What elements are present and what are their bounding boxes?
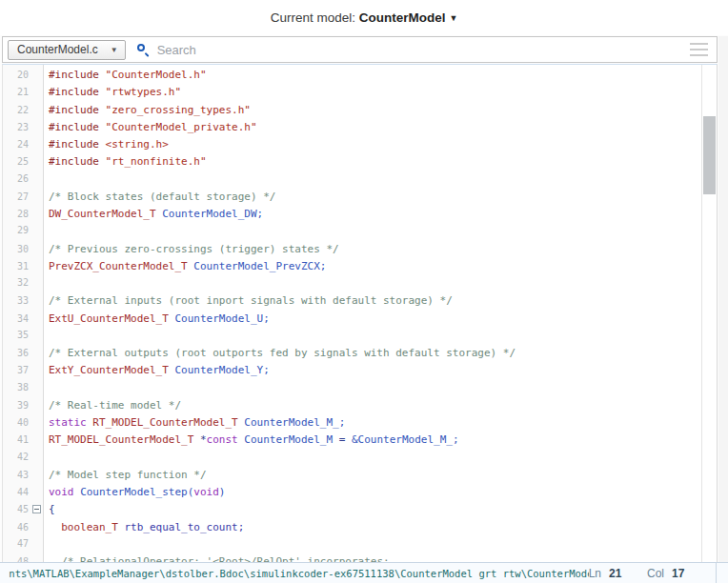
hamburger-menu-icon[interactable] <box>690 39 708 60</box>
file-select-value: CounterModel.c <box>17 43 98 56</box>
line-number: 29 <box>3 225 31 235</box>
line-number: 34 <box>3 313 31 324</box>
line-number: 27 <box>3 191 31 202</box>
code-line[interactable]: 22#include "zero_crossing_types.h" <box>3 104 700 121</box>
code-text: /* Previous zero-crossings (trigger) sta… <box>43 243 339 255</box>
code-line[interactable]: 37ExtY_CounterModel_T CounterModel_Y; <box>3 364 700 381</box>
line-number: 20 <box>3 70 31 80</box>
code-lines: 20#include "CounterModel.h"21#include "r… <box>3 69 700 562</box>
line-number: 24 <box>3 139 31 150</box>
code-line[interactable]: 35 <box>3 330 700 347</box>
code-text: #include <string.h> <box>43 138 169 151</box>
code-line[interactable]: 44void CounterModel_step(void) <box>3 486 700 503</box>
line-number: 32 <box>3 277 31 288</box>
line-number: 25 <box>3 156 31 167</box>
line-number: 45 <box>3 504 31 514</box>
code-line[interactable]: 39/* Real-time model */ <box>3 399 700 416</box>
line-number: 47 <box>3 538 31 549</box>
code-line[interactable]: 46 boolean_T rtb_equal_to_count; <box>3 521 700 538</box>
line-number: 46 <box>3 522 31 533</box>
code-line[interactable]: 34ExtU_CounterModel_T CounterModel_U; <box>3 312 700 330</box>
line-number: 33 <box>3 295 31 306</box>
line-number: 39 <box>3 400 31 411</box>
code-text: #include "CounterModel_private.h" <box>43 121 257 133</box>
line-number: 22 <box>3 105 31 115</box>
code-line[interactable]: 38 <box>3 382 700 399</box>
code-line[interactable]: 21#include "rtwtypes.h" <box>3 86 700 103</box>
current-model-selector[interactable]: Current model: CounterModel▼ <box>271 10 458 25</box>
code-line[interactable]: 41RT_MODEL_CounterModel_T *const Counter… <box>3 433 700 451</box>
code-text: #include "rtwtypes.h" <box>43 86 181 98</box>
code-line[interactable]: 25#include "rt_nonfinite.h" <box>3 155 700 172</box>
code-text: #include "rt_nonfinite.h" <box>43 155 207 168</box>
code-text: #include "zero_crossing_types.h" <box>43 104 251 116</box>
header: Current model: CounterModel▼ <box>0 0 728 35</box>
status-bar: _nts\MATLAB\ExampleManager\dstolber.Bdoc… <box>0 562 728 583</box>
vertical-scrollbar[interactable] <box>701 65 717 562</box>
code-line[interactable]: 43/* Model step function */ <box>3 469 700 486</box>
file-select-dropdown[interactable]: CounterModel.c ▼ <box>8 40 126 60</box>
code-line[interactable]: 48 /* RelationalOperator: '<Root>/RelOpt… <box>3 555 700 562</box>
code-text: void CounterModel_step(void) <box>43 486 225 498</box>
line-number-value: 21 <box>609 567 624 580</box>
line-number: 28 <box>3 209 31 219</box>
code-text: /* Model step function */ <box>43 469 207 481</box>
line-number: 36 <box>3 348 31 358</box>
code-viewer[interactable]: 20#include "CounterModel.h"21#include "r… <box>2 64 718 562</box>
code-line[interactable]: 24#include <string.h> <box>3 138 700 155</box>
code-text: #include "CounterModel.h" <box>43 69 207 81</box>
code-text: /* Block states (default storage) */ <box>43 191 275 203</box>
code-line[interactable]: 33/* External inputs (root inport signal… <box>3 294 700 312</box>
chevron-down-icon: ▼ <box>449 13 457 23</box>
code-line[interactable]: 28DW_CounterModel_T CounterModel_DW; <box>3 208 700 225</box>
column-number-value: 17 <box>672 567 687 580</box>
code-line[interactable]: 47 <box>3 538 700 555</box>
line-number: 43 <box>3 470 31 480</box>
code-line[interactable]: 32 <box>3 277 700 294</box>
code-line[interactable]: 29 <box>3 225 700 242</box>
code-line[interactable]: 27/* Block states (default storage) */ <box>3 191 700 208</box>
code-text: /* Real-time model */ <box>43 399 181 412</box>
code-line[interactable]: 40static RT_MODEL_CounterModel_T Counter… <box>3 416 700 433</box>
cursor-position: Ln 21 Col 17 <box>589 567 710 580</box>
code-line[interactable]: 31PrevZCX_CounterModel_T CounterModel_Pr… <box>3 260 700 277</box>
code-line[interactable]: 36/* External outputs (root outports fed… <box>3 347 700 364</box>
line-label: Ln <box>589 567 601 580</box>
file-path: _nts\MATLAB\ExampleManager\dstolber.Bdoc… <box>3 568 589 579</box>
line-number: 30 <box>3 244 31 254</box>
code-generation-report-window: Current model: CounterModel▼ CounterMode… <box>0 0 728 583</box>
line-number: 44 <box>3 487 31 497</box>
vertical-scrollbar-thumb[interactable] <box>703 116 716 194</box>
code-text: PrevZCX_CounterModel_T CounterModel_Prev… <box>43 260 326 272</box>
current-model-name: CounterModel <box>359 10 446 25</box>
code-text: /* External inputs (root inport signals … <box>43 294 453 307</box>
code-text: static RT_MODEL_CounterModel_T CounterMo… <box>43 416 345 429</box>
line-number: 38 <box>3 382 31 392</box>
current-model-label: Current model: <box>271 10 359 25</box>
chevron-down-icon: ▼ <box>111 46 118 54</box>
line-number: 35 <box>3 330 31 340</box>
code-text: ExtU_CounterModel_T CounterModel_U; <box>43 312 270 325</box>
toolbar: CounterModel.c ▼ <box>2 36 718 63</box>
line-number: 31 <box>3 261 31 271</box>
code-line[interactable]: 23#include "CounterModel_private.h" <box>3 121 700 138</box>
line-number: 42 <box>3 452 31 462</box>
code-line[interactable]: 45{ <box>3 503 700 520</box>
code-text: DW_CounterModel_T CounterModel_DW; <box>43 208 263 220</box>
code-line[interactable]: 20#include "CounterModel.h" <box>3 69 700 86</box>
search-input[interactable] <box>157 43 690 57</box>
code-line[interactable]: 30/* Previous zero-crossings (trigger) s… <box>3 243 700 260</box>
fold-collapse-icon[interactable] <box>32 505 41 513</box>
code-text: /* External outputs (root outports fed b… <box>43 347 516 359</box>
code-text: ExtY_CounterModel_T CounterModel_Y; <box>43 364 270 376</box>
line-number: 23 <box>3 122 31 132</box>
code-text: boolean_T rtb_equal_to_count; <box>43 521 244 533</box>
line-number: 41 <box>3 434 31 445</box>
code-text: RT_MODEL_CounterModel_T *const CounterMo… <box>43 433 459 446</box>
code-line[interactable]: 42 <box>3 452 700 469</box>
line-number: 26 <box>3 173 31 184</box>
search-bar <box>136 43 690 57</box>
code-line[interactable]: 26 <box>3 173 700 191</box>
code-text: /* RelationalOperator: '<Root>/RelOpt' i… <box>43 555 390 562</box>
line-number: 21 <box>3 87 31 97</box>
